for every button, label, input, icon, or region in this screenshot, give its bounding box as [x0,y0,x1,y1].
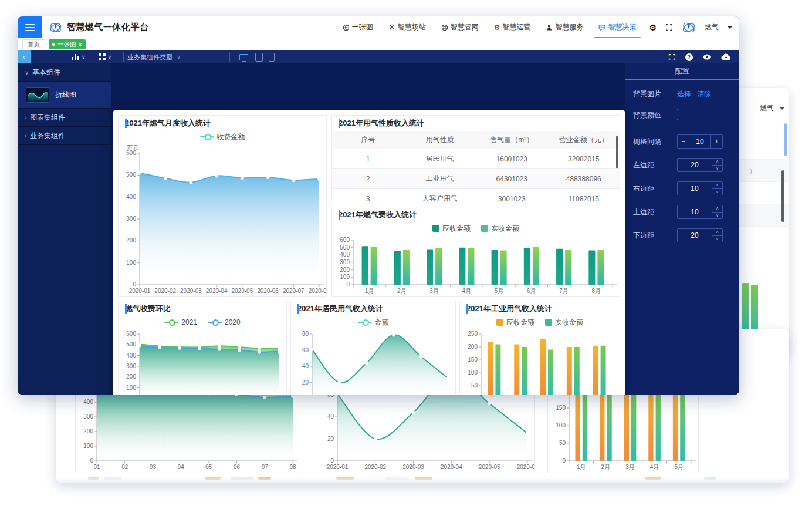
user-name[interactable]: 燃气 [705,22,719,32]
margin-input[interactable]: 20∧∨ [677,228,723,242]
legend-label: 收费金额 [217,132,245,142]
tab-home[interactable]: 首页 [22,39,45,49]
tablet-view-icon[interactable] [255,53,263,62]
spinner-up-icon[interactable]: ∧ [712,229,722,236]
legend-item[interactable]: 应收金额 [496,318,534,328]
chart-legend: 应收金额实收金额 [332,223,620,234]
legend-item[interactable]: 实收金额 [481,224,519,234]
bg-image-clear-link[interactable]: 清除 [697,89,711,99]
svg-text:2020-04: 2020-04 [206,288,228,294]
legend-marker-icon [358,322,372,323]
svg-text:4月: 4月 [462,288,472,294]
svg-text:400: 400 [126,194,136,200]
spinner-down-icon[interactable]: ∨ [712,236,722,242]
toolbar: ‹ ∨ ∨ 业务集组件类型 ∨ ? [18,50,739,63]
cloud-save-icon[interactable] [721,53,731,60]
grid-gap-minus-button[interactable]: − [678,137,689,146]
config-margin-row-3: 下边距20∧∨ [633,228,731,242]
settings-gear-icon[interactable]: ⚙ [649,23,657,32]
chart-type-icon[interactable] [72,54,79,60]
bg-image-choose-link[interactable]: 选择 [677,89,691,99]
svg-text:0: 0 [133,281,136,288]
preview-eye-icon[interactable] [702,53,712,60]
legend-item[interactable]: 金额 [358,318,389,328]
spinner-down-icon[interactable]: ∨ [712,189,722,195]
card-title: 2021年用气性质收入统计 [339,118,424,129]
fullscreen-icon[interactable] [668,53,676,61]
bg-color-swatch[interactable] [677,109,678,120]
svg-text:100: 100 [556,422,566,429]
svg-text:万元: 万元 [127,144,138,151]
legend-item[interactable]: 2020 [208,318,241,326]
legend-item[interactable]: 实收金额 [545,318,583,328]
table-row: 1居民用气1600102332082015 [332,149,620,169]
tab-row: 首页 一张图 × [18,38,739,50]
legend-item[interactable]: 2021 [164,318,197,326]
margin-value: 20 [678,229,712,242]
nav-item-net[interactable]: 智慧管网 [441,16,479,38]
svg-text:3月: 3月 [429,288,439,294]
widget-grid-icon[interactable] [99,53,106,60]
desktop-view-icon[interactable] [239,54,248,60]
tab-close-icon[interactable]: × [79,41,82,48]
margin-input[interactable]: 10∧∨ [677,181,723,195]
chevron-down-icon[interactable]: ∨ [108,54,112,60]
svg-text:400: 400 [340,251,350,258]
background-fragment [231,477,254,480]
margin-input[interactable]: 10∧∨ [677,205,723,219]
spinner-down-icon[interactable]: ∨ [712,213,722,219]
config-label: 下边距 [633,231,677,241]
grid-gap-value[interactable]: 10 [689,135,711,148]
chart-canvas: 0100200300400500600万元2020-012020-022020-… [119,143,326,296]
table-scrollbar[interactable] [616,136,618,168]
svg-text:150: 150 [468,356,478,363]
table-cell: 16001023 [476,149,548,169]
table-cell: 3001023 [476,189,548,203]
bg-right-scrollbar[interactable] [781,170,784,222]
user-dropdown-caret-icon[interactable] [728,26,732,31]
card-accent [125,119,127,128]
table-cell: 工业用气 [404,169,476,189]
nav-right-cluster: ⚙ 燃气 [649,21,732,35]
svg-text:1月: 1月 [577,464,586,470]
nav-item-user[interactable]: 智慧服务 [546,16,583,38]
sidebar-section-业务集组件[interactable]: ›业务集组件 [18,127,111,145]
svg-text:2020-01: 2020-01 [327,464,349,470]
grid-gap-plus-button[interactable]: + [711,137,722,146]
legend-item[interactable]: 应收金额 [432,224,471,234]
nav-item-gear[interactable]: ⚙智慧运营 [494,16,531,38]
sidebar-section-图表集组件[interactable]: ›图表集组件 [18,109,111,127]
spinner-up-icon[interactable]: ∧ [712,159,722,166]
user-avatar-logo[interactable] [682,21,696,35]
margin-input[interactable]: 20∧∨ [677,158,723,172]
nav-item-label: 智慧决策 [608,22,636,32]
fullscreen-icon[interactable] [665,23,673,31]
help-icon[interactable]: ? [685,53,693,61]
component-type-select[interactable]: 业务集组件类型 ∨ [123,52,230,62]
config-label: 左边距 [633,160,677,170]
svg-text:400: 400 [126,352,136,359]
spinner-up-icon[interactable]: ∧ [712,205,722,213]
sidebar-section-基本组件[interactable]: ∨基本组件 [18,63,111,82]
chevron-down-icon[interactable]: ∨ [82,54,86,60]
svg-text:1月: 1月 [365,288,374,294]
svg-text:300: 300 [340,259,350,265]
spinner-up-icon[interactable]: ∧ [712,182,722,189]
spinner-down-icon[interactable]: ∨ [712,166,722,172]
collapse-sidebar-button[interactable]: ‹ [18,50,31,63]
card-title: 2021年居民用气收入统计 [297,304,383,314]
tab-active[interactable]: 一张图 × [49,39,86,49]
nav-item-chat[interactable]: 智慧决策 [598,16,636,38]
phone-view-icon[interactable] [269,53,275,62]
sidebar-item-line-chart[interactable]: 折线图 [18,82,111,109]
huanbi-card: 燃气收费环比 202120200100200300400500600010203… [118,301,287,395]
nav-item-station[interactable]: 智慧场站 [388,16,426,38]
nav-item-globe[interactable]: 一张图 [343,16,373,38]
svg-text:0: 0 [562,457,566,464]
hamburger-menu-button[interactable] [18,16,42,38]
tab-active-label: 一张图 [57,41,76,49]
fee-income-card: 2021年燃气费收入统计 应收金额实收金额0100200300400500600… [331,207,620,297]
legend-marker-icon [164,322,178,323]
legend-item[interactable]: 收费金额 [200,132,245,142]
legend-label: 应收金额 [506,318,534,328]
